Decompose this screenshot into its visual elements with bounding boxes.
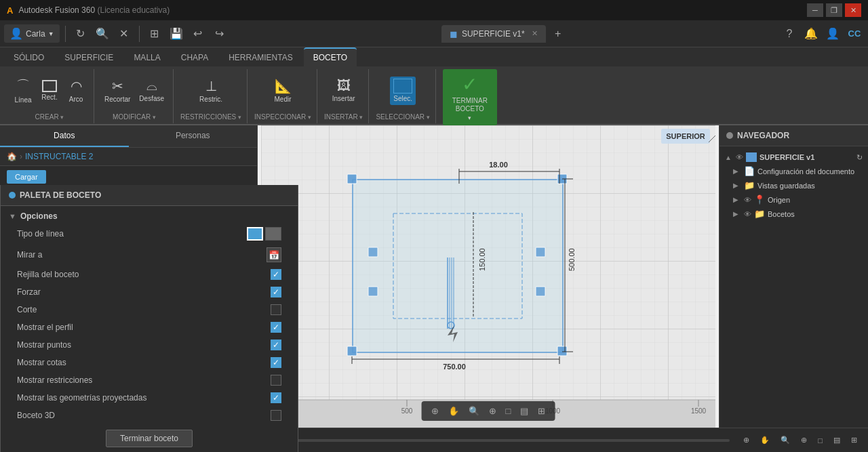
trim-tool-button[interactable]: ✂ Recortar (101, 76, 134, 106)
mirar-a-icon-btn[interactable]: 📅 (267, 247, 281, 262)
nav-vistas-arrow: ▶ (733, 182, 741, 189)
menu-divider (65, 26, 66, 42)
tab-chapa[interactable]: CHAPA (172, 49, 218, 66)
undo-button[interactable]: ↩ (189, 24, 208, 43)
layout-button[interactable]: ⊞ (534, 404, 549, 418)
select-tool-button[interactable]: Selec. (390, 77, 416, 105)
nav-status-icon (726, 132, 733, 139)
tab-malla[interactable]: MALLA (124, 49, 170, 66)
tab-herramientas[interactable]: HERRAMIENTAS (219, 49, 302, 66)
boceto-3d-checkbox[interactable] (271, 410, 281, 421)
nav-origen-eye-icon[interactable]: 👁 (744, 196, 751, 204)
corte-checkbox[interactable] (271, 304, 281, 315)
doc-tab-close-icon[interactable]: ✕ (532, 29, 538, 38)
nav-item-origen[interactable]: ▶ 👁 📍 Origen (719, 192, 868, 207)
close-doc-button[interactable]: ✕ (115, 24, 134, 43)
measure-tool-button[interactable]: 📐 Medir (271, 76, 295, 106)
main-area: Datos Personas 🏠 › INSTRUCTABLE 2 Cargar… (0, 125, 868, 428)
check-icon: ✓ (462, 73, 477, 96)
nav-item-bocetos[interactable]: ▶ 👁 📁 Bocetos (719, 207, 868, 221)
insertar-label: INSERTAR ▾ (324, 113, 363, 121)
zoom-window-button[interactable]: ⊕ (485, 404, 500, 418)
settings-icon-btn[interactable]: CC (845, 24, 864, 43)
arc-tool-button[interactable]: ◠ Arco (64, 76, 88, 106)
ribbon-group-restricciones: ⊥ Restric. RESTRICCIONES ▾ (175, 69, 248, 123)
forzar-checkbox[interactable]: ✓ (271, 287, 281, 297)
insert-tool-button[interactable]: 🖼 Insertar (329, 76, 359, 105)
zoom-fit-status-button[interactable]: ⊕ (797, 434, 811, 447)
option-mostrar-cotas: Mostrar cotas ✓ (1, 354, 298, 371)
new-tab-button[interactable]: + (549, 24, 568, 43)
tab-superficie[interactable]: SUPERFICIE (55, 49, 123, 66)
nav-superficie-reload-icon[interactable]: ↻ (856, 153, 863, 162)
grid-status-button[interactable]: ▤ (829, 434, 844, 447)
redo-button[interactable]: ↪ (210, 24, 229, 43)
canvas-area[interactable]: 500 1000 1500 1 (258, 125, 719, 428)
maximize-button[interactable]: ❐ (826, 3, 842, 17)
options-arrow-icon: ▼ (9, 212, 16, 220)
user-menu-button[interactable]: 👤 Carla ▼ (4, 24, 60, 43)
mostrar-restricciones-checkbox[interactable] (271, 375, 281, 386)
grid-display-button[interactable]: ▤ (516, 404, 532, 418)
nav-bocetos-eye-icon[interactable]: 👁 (744, 210, 751, 218)
minimize-button[interactable]: ─ (807, 3, 823, 17)
rect-tool-button[interactable]: Rect. (37, 78, 62, 104)
home-icon[interactable]: 🏠 (7, 152, 17, 161)
notification-icon-btn[interactable]: 🔔 (802, 24, 821, 43)
load-button[interactable]: Cargar (7, 170, 46, 184)
document-tab[interactable]: ◼ SUPERFICIE v1* ✕ (441, 25, 546, 43)
line-type-swatch-2[interactable] (265, 227, 281, 241)
pan-button[interactable]: ✋ (444, 404, 463, 418)
mostrar-perfil-label: Mostrar el perfil (17, 323, 73, 332)
account-icon-btn[interactable]: 👤 (823, 24, 842, 43)
seleccionar-label: SELECCIONAR ▾ (376, 113, 429, 121)
offset-icon: ⌓ (146, 78, 157, 94)
option-mirar-a: Mirar a 📅 (1, 244, 298, 266)
options-section-label: Opciones (20, 211, 58, 221)
nav-item-superficie[interactable]: ▲ 👁 SUPERFICIE v1 ↻ (719, 150, 868, 164)
line-type-swatch-1[interactable] (247, 227, 263, 241)
tab-boceto[interactable]: BOCETO (304, 47, 357, 66)
pan-status-button[interactable]: ✋ (756, 434, 774, 447)
rejilla-checkbox[interactable]: ✓ (271, 269, 281, 280)
search-button[interactable]: 🔍 (93, 24, 112, 43)
tab-personas[interactable]: Personas (129, 125, 258, 147)
help-icon-btn[interactable]: ? (780, 24, 799, 43)
close-window-button[interactable]: ✕ (845, 3, 861, 17)
svg-text:500: 500 (401, 407, 413, 415)
geometrias-proyectadas-checkbox[interactable]: ✓ (271, 392, 281, 403)
refresh-button[interactable]: ↻ (71, 24, 90, 43)
breadcrumb-separator: › (20, 152, 22, 161)
option-rejilla: Rejilla del boceto ✓ (1, 266, 298, 283)
sketch-toolbar-bottom: ⊕ ✋ 🔍 ⊕ □ ▤ ⊞ (422, 401, 555, 421)
nav-item-config[interactable]: ▶ 📄 Configuración del documento (719, 164, 868, 178)
finish-sketch-button[interactable]: ✓ TERMINARBOCETO ▾ (443, 69, 497, 125)
orbit-status-button[interactable]: ⊕ (739, 434, 753, 447)
constraint-tool-button[interactable]: ⊥ Restric. (196, 76, 226, 106)
tab-solido[interactable]: SÓLIDO (4, 49, 54, 66)
line-tool-button[interactable]: ⌒ Línea (11, 75, 35, 106)
apps-button[interactable]: ⊞ (145, 24, 164, 43)
display-status-button[interactable]: □ (814, 434, 827, 447)
mostrar-puntos-checkbox[interactable]: ✓ (271, 340, 281, 350)
nav-item-vistas[interactable]: ▶ 📁 Vistas guardadas (719, 178, 868, 192)
layout-status-button[interactable]: ⊞ (847, 434, 861, 447)
breadcrumb-project[interactable]: INSTRUCTABLE 2 (25, 152, 93, 161)
tipo-linea-swatches (247, 227, 281, 241)
display-mode-button[interactable]: □ (502, 404, 515, 418)
orbit-button[interactable]: ⊕ (427, 404, 443, 418)
zoom-button[interactable]: 🔍 (465, 404, 484, 418)
offset-tool-button[interactable]: ⌓ Desfase (136, 76, 167, 105)
terminate-sketch-button[interactable]: Terminar boceto (106, 430, 193, 447)
palette-options-header[interactable]: ▼ Opciones (1, 206, 298, 224)
mostrar-cotas-checkbox[interactable]: ✓ (271, 357, 281, 368)
mostrar-perfil-checkbox[interactable]: ✓ (271, 322, 281, 333)
terminar-dropdown-arrow: ▾ (468, 115, 471, 121)
calendar-icon: 📅 (269, 250, 279, 260)
svg-rect-17 (368, 247, 378, 257)
nav-superficie-folder-icon (746, 152, 757, 162)
nav-vistas-label: Vistas guardadas (757, 182, 863, 190)
tab-datos[interactable]: Datos (0, 125, 129, 147)
zoom-status-button[interactable]: 🔍 (776, 434, 794, 447)
save-button[interactable]: 💾 (167, 24, 186, 43)
